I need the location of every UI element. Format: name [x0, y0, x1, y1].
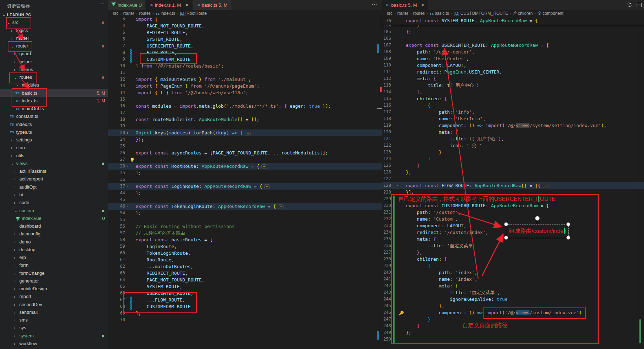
code-line-57[interactable]: 57// 未经许可的基本路由 [108, 230, 382, 236]
fold-chevron-icon[interactable]: › [126, 203, 129, 210]
code-line-37[interactable]: 37›export const LoginRoute: AppRouteReco… [108, 183, 382, 190]
code-line-118[interactable]: 118 name: 'UserInfo', [382, 115, 644, 122]
code-line-236[interactable]: 236 title: '自定义菜单' [382, 242, 644, 249]
chevron-right-icon[interactable]: › [17, 81, 18, 89]
chevron-right-icon[interactable]: › [14, 285, 15, 293]
code-line-24[interactable]: 24}); [108, 136, 382, 143]
overview-ruler-right[interactable] [639, 17, 644, 349]
tree-item-erp[interactable]: ›erp [0, 254, 108, 261]
tree-item-formChange[interactable]: ›formChange [0, 269, 108, 277]
tree-item-src[interactable]: ⌄src [0, 19, 108, 26]
close-icon[interactable]: ✕ [185, 2, 189, 8]
open-changes-icon[interactable] [627, 2, 633, 8]
code-line-127[interactable]: 127 [382, 176, 644, 182]
breadcrumb-item[interactable]: TSbasic.ts [430, 11, 449, 16]
chevron-right-icon[interactable]: › [14, 254, 15, 261]
code-line-240[interactable]: 240 path: 'index', [382, 269, 644, 276]
code-line-3[interactable]: 3import { [108, 18, 382, 23]
tree-item-menus[interactable]: ›menus [0, 66, 108, 74]
code-line-46[interactable]: 46›export const TokenLoginRoute: AppRout… [108, 203, 382, 210]
fold-chevron-icon[interactable]: › [126, 129, 129, 136]
code-line-66[interactable]: 66 USERCENTER_ROUTE, [108, 290, 382, 297]
tab-index.vue[interactable]: index.vue U [108, 0, 146, 10]
chevron-right-icon[interactable]: › [14, 277, 15, 285]
breadcrumb-item[interactable]: routes [413, 11, 425, 16]
tree-item-logics[interactable]: ›logics [0, 27, 108, 34]
tree-item-demo[interactable]: ›demo [0, 238, 108, 246]
code-line-28[interactable]: 28›export const RootRoute: AppRouteRecor… [108, 163, 382, 170]
more-actions-icon[interactable]: ⋯ [99, 1, 104, 7]
tree-item-index.ts[interactable]: TSindex.ts1, M [0, 97, 108, 105]
code-line-63[interactable]: 63 REDIRECT_ROUTE, [108, 270, 382, 277]
tree-item-basic.ts[interactable]: TSbasic.ts5, M [0, 89, 108, 97]
code-line-244[interactable]: 244 ignoreKeepAlive: true [382, 296, 644, 303]
code-line-27[interactable]: 27💡 [108, 156, 382, 163]
code-line-7[interactable]: 7 USERCENTER_ROUTE, [108, 43, 382, 49]
tree-item-auditOpt[interactable]: ›auditOpt [0, 183, 108, 191]
tree-item-system[interactable]: ›system [0, 332, 108, 340]
tree-item-form[interactable]: ›form [0, 261, 108, 269]
breadcrumb-item[interactable]: TSindex.ts [156, 11, 175, 16]
breadcrumb-item[interactable]: src [113, 11, 118, 16]
code-line-235[interactable]: 235 meta: { [382, 236, 644, 242]
tree-item-code[interactable]: ›code [0, 199, 108, 207]
chevron-right-icon[interactable]: › [11, 136, 12, 144]
tree-item-generator[interactable]: ›generator [0, 277, 108, 285]
code-line-111[interactable]: 111 redirect: PageEnum.USER_CENTER, [382, 69, 644, 75]
tree-item-guard[interactable]: ›guard [0, 50, 108, 58]
tab-index.ts[interactable]: TSindex.ts 1, M✕ [146, 0, 193, 10]
code-line-8[interactable]: 8 FLOW_ROUTE, [108, 49, 382, 56]
tree-item-desktop[interactable]: ›desktop [0, 246, 108, 254]
tree-item-secondDev[interactable]: ›secondDev [0, 301, 108, 309]
code-line-15[interactable]: 15 [108, 96, 382, 103]
chevron-right-icon[interactable]: › [14, 309, 15, 316]
chevron-right-icon[interactable]: › [11, 152, 12, 160]
code-line-115[interactable]: 115 children: [ [382, 95, 644, 102]
tree-item-activereport[interactable]: ›activereport [0, 175, 108, 183]
code-line-20[interactable]: 20›Object.keys(modules).forEach((key) =>… [108, 129, 382, 136]
code-line-104[interactable]: 104 } [382, 25, 644, 28]
breadcrumb-item[interactable]: [@]CUSTOMFORM_ROUTE [454, 11, 508, 16]
code-line-108[interactable]: 108 path: '/user-center', [382, 49, 644, 55]
code-line-11[interactable]: 11 [108, 69, 382, 76]
overview-ruler-left[interactable] [377, 17, 382, 349]
chevron-right-icon[interactable]: › [11, 27, 12, 34]
editor-more-actions-icon[interactable]: ⋯ [372, 1, 377, 8]
tree-item-mainOut.ts[interactable]: TSmainOut.ts [0, 105, 108, 113]
code-line-231[interactable]: 231 path: '/custom', [382, 209, 644, 216]
tree-item-helper[interactable]: ›helper [0, 58, 108, 66]
code-line-25[interactable]: 25 [108, 143, 382, 150]
tree-item-routes[interactable]: ⌄routes [0, 74, 108, 81]
chevron-right-icon[interactable]: › [11, 144, 12, 152]
chevron-down-icon[interactable]: ⌄ [11, 160, 14, 167]
chevron-right-icon[interactable]: › [11, 34, 12, 42]
chevron-right-icon[interactable]: › [14, 167, 15, 175]
tree-item-workflow[interactable]: ›workflow [0, 340, 108, 348]
code-line-61[interactable]: 61 RootRoute, [108, 256, 382, 263]
chevron-right-icon[interactable]: › [14, 175, 15, 183]
code-line-122[interactable]: 122 icon: ' 웃 ' [382, 142, 644, 149]
tree-item-custom[interactable]: ⌄custom [0, 207, 108, 215]
tree-item-views[interactable]: ⌄views [0, 160, 108, 167]
code-line-69[interactable]: 69]; [108, 310, 382, 317]
code-line-5[interactable]: 5 REDIRECT_ROUTE, [108, 29, 382, 36]
code-line-19[interactable]: 19 [108, 123, 382, 129]
tree-item-types.ts[interactable]: TStypes.ts [0, 128, 108, 136]
fold-chevron-icon[interactable]: › [396, 182, 398, 189]
chevron-right-icon[interactable]: › [14, 199, 15, 207]
code-line-249[interactable]: 249}; [382, 329, 644, 336]
code-line-228[interactable]: 228}]; [382, 189, 644, 196]
tab-basic.ts[interactable]: TSbasic.ts 5, M✕ [382, 0, 428, 10]
tree-item-settings[interactable]: ›settings [0, 136, 108, 144]
tree-item-report[interactable]: ›report [0, 293, 108, 300]
tree-item-utils[interactable]: ›utils [0, 152, 108, 160]
code-line-123[interactable]: 123 } [382, 149, 644, 156]
code-line-54[interactable]: 54}; [108, 210, 382, 216]
code-line-59[interactable]: 59 LoginRoute, [108, 243, 382, 250]
split-editor-icon[interactable] [636, 2, 642, 8]
chevron-right-icon[interactable]: › [14, 246, 15, 254]
chevron-right-icon[interactable]: › [14, 269, 15, 277]
tree-item-actHiTaskinst[interactable]: ›actHiTaskinst [0, 167, 108, 175]
chevron-right-icon[interactable]: › [14, 66, 15, 74]
tree-item-index.ts-src[interactable]: TSindex.ts [0, 121, 108, 128]
